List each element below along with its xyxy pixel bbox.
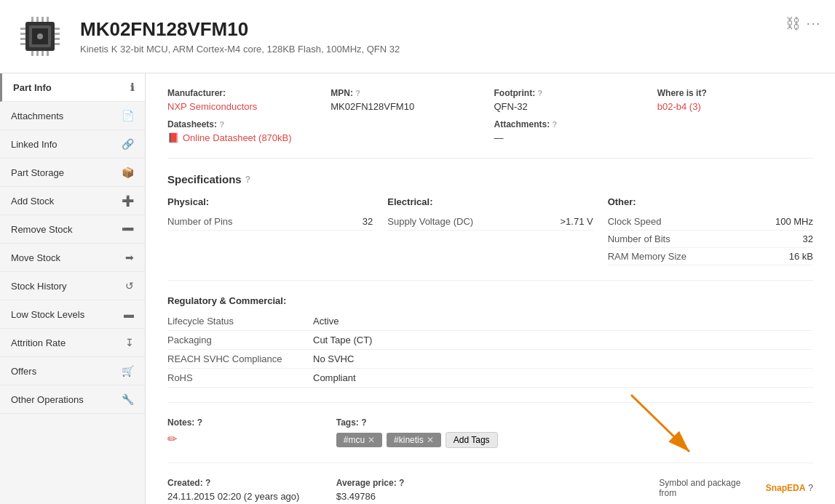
specs-title: Specifications ? (167, 173, 813, 185)
sidebar-item-part-info[interactable]: Part Info ℹ (0, 73, 145, 102)
header-action-icons: ⛓ ⋯ (785, 15, 820, 32)
snap-eda-section: Symbol and package from SnapEDA ? (659, 478, 813, 504)
physical-title: Physical: (167, 196, 373, 207)
lifecycle-value: Active (313, 316, 339, 327)
lifecycle-label: Lifecycle Status (167, 316, 313, 327)
sidebar-label-move-stock: Move Stock (11, 252, 60, 263)
regulatory-section: Regulatory & Commercial: Lifecycle Statu… (167, 295, 813, 403)
svg-rect-16 (36, 51, 39, 56)
other-specs: Other: Clock Speed 100 MHz Number of Bit… (608, 196, 813, 265)
svg-rect-11 (31, 17, 33, 22)
tags-label: Tags: ? (336, 417, 645, 428)
main-content: Manufacturer: NXP Semiconductors MPN: ? … (146, 73, 835, 504)
sidebar-label-low-stock: Low Stock Levels (11, 309, 84, 320)
svg-rect-18 (47, 51, 49, 56)
footprint-block: Footprint: ? QFN-32 (494, 88, 650, 112)
sidebar-item-other-ops[interactable]: Other Operations 🔧 (0, 385, 145, 414)
svg-rect-4 (20, 33, 25, 35)
tag-mcu-remove[interactable]: ✕ (368, 435, 375, 445)
snap-eda-brand[interactable]: SnapEDA (766, 483, 806, 493)
sidebar-item-attachments[interactable]: Attachments 📄 (0, 102, 145, 130)
clock-label: Clock Speed (608, 216, 662, 227)
sidebar-item-offers[interactable]: Offers 🛒 (0, 357, 145, 385)
svg-rect-9 (55, 38, 60, 40)
sidebar-item-attrition-rate[interactable]: Attrition Rate ↧ (0, 329, 145, 357)
attachment-icon: 📄 (122, 110, 134, 121)
tag-kinetis: #kinetis ✕ (387, 433, 441, 447)
created-value: 24.11.2015 02:20 (2 years ago) (167, 491, 299, 502)
voltage-label: Supply Voltage (DC) (387, 216, 473, 227)
info-icon: ℹ (130, 81, 134, 93)
where-value[interactable]: b02-b4 (3) (657, 101, 701, 112)
link-icon: 🔗 (122, 138, 134, 150)
sidebar-item-add-stock[interactable]: Add Stock ➕ (0, 187, 145, 215)
created-label: Created: ? (167, 478, 322, 488)
ram-value: 16 kB (789, 251, 813, 262)
remove-icon: ➖ (122, 223, 134, 235)
physical-specs: Physical: Number of Pins 32 (167, 196, 373, 265)
sidebar-item-move-stock[interactable]: Move Stock ➡ (0, 244, 145, 272)
datasheet-link[interactable]: 📕 Online Datasheet (870kB) (167, 132, 323, 143)
sidebar-label-attrition-rate: Attrition Rate (11, 337, 66, 348)
regulatory-title: Regulatory & Commercial: (167, 295, 813, 306)
attachments-block (331, 119, 486, 143)
manufacturer-value[interactable]: NXP Semiconductors (167, 101, 257, 112)
bits-label: Number of Bits (608, 233, 670, 244)
spec-row-clock: Clock Speed 100 MHz (608, 213, 813, 231)
notes-edit-icon[interactable]: ✏ (167, 433, 177, 445)
part-chip-image (15, 11, 66, 62)
created-block: Created: ? 24.11.2015 02:20 (2 years ago… (167, 478, 322, 502)
reg-row-rohs: RoHS Compliant (167, 369, 813, 388)
more-icon-btn[interactable]: ⋯ (806, 15, 820, 32)
ram-label: RAM Memory Size (608, 251, 686, 262)
where-block: Where is it? b02-b4 (3) (657, 88, 813, 112)
svg-rect-8 (55, 33, 60, 35)
reg-row-reach: REACH SVHC Compliance No SVHC (167, 350, 813, 369)
created-section: Created: ? 24.11.2015 02:20 (2 years ago… (167, 478, 813, 504)
tags-block: Tags: ? #mcu ✕ #kinetis ✕ Add Tags (336, 417, 645, 448)
datasheets-label: Datasheets: ? (167, 119, 323, 129)
attachments-label-block: Attachments: ? — (494, 119, 650, 143)
attachments-label: Attachments: ? (494, 119, 650, 129)
link-icon-btn[interactable]: ⛓ (785, 15, 800, 32)
electrical-specs: Electrical: Supply Voltage (DC) >1.71 V (387, 196, 593, 265)
tags-container: #mcu ✕ #kinetis ✕ Add Tags (336, 432, 645, 448)
sidebar-item-remove-stock[interactable]: Remove Stock ➖ (0, 215, 145, 244)
tag-mcu-text: #mcu (344, 435, 365, 445)
mpn-label: MPN: ? (331, 88, 486, 98)
tag-mcu: #mcu ✕ (336, 433, 382, 447)
other-title: Other: (608, 196, 813, 207)
other-ops-icon: 🔧 (122, 393, 134, 405)
sidebar-item-linked-info[interactable]: Linked Info 🔗 (0, 130, 145, 159)
sidebar-item-part-storage[interactable]: Part Storage 📦 (0, 159, 145, 187)
sidebar-label-linked-info: Linked Info (11, 139, 58, 150)
pdf-icon: 📕 (167, 132, 179, 143)
tag-kinetis-remove[interactable]: ✕ (427, 435, 434, 445)
sidebar-item-stock-history[interactable]: Stock History ↺ (0, 272, 145, 300)
notes-block: Notes: ? ✏ (167, 417, 322, 448)
svg-rect-15 (31, 51, 33, 56)
empty-block (659, 417, 813, 448)
sidebar-item-low-stock[interactable]: Low Stock Levels ▬ (0, 300, 145, 329)
sidebar-label-remove-stock: Remove Stock (11, 224, 73, 235)
svg-rect-13 (41, 17, 44, 22)
snap-eda-label: Symbol and package from SnapEDA ? (659, 478, 813, 498)
voltage-value: >1.71 V (560, 216, 593, 227)
svg-rect-10 (55, 43, 60, 45)
svg-rect-17 (41, 51, 44, 56)
reg-row-packaging: Packaging Cut Tape (CT) (167, 331, 813, 350)
spec-row-bits: Number of Bits 32 (608, 231, 813, 248)
reg-row-lifecycle: Lifecycle Status Active (167, 312, 813, 331)
spec-row-pins: Number of Pins 32 (167, 213, 373, 231)
reach-value: No SVHC (313, 353, 354, 364)
sidebar-label-attachments: Attachments (11, 111, 63, 121)
top-header: MK02FN128VFM10 Kinetis K 32-bit MCU, ARM… (0, 0, 835, 73)
sidebar-label-offers: Offers (11, 366, 36, 377)
packaging-label: Packaging (167, 335, 313, 345)
sidebar: Part Info ℹ Attachments 📄 Linked Info 🔗 … (0, 73, 146, 504)
notes-label: Notes: ? (167, 417, 322, 428)
add-tags-button[interactable]: Add Tags (446, 432, 498, 448)
svg-point-19 (37, 33, 43, 39)
part-number-title: MK02FN128VFM10 (80, 18, 400, 41)
bits-value: 32 (803, 233, 813, 244)
